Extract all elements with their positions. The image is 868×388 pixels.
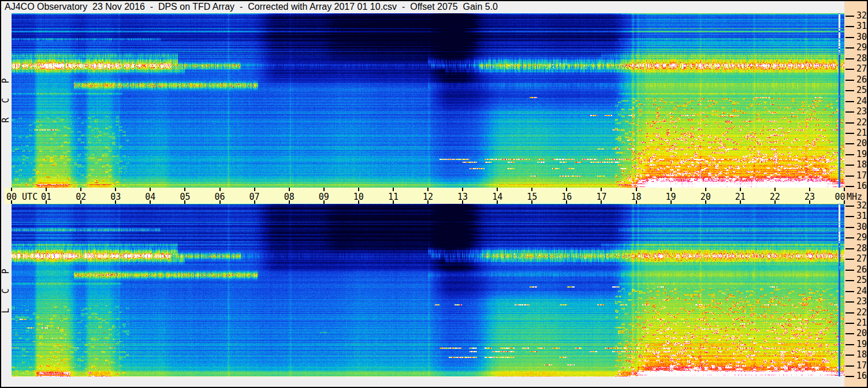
- time-tick-label: 04: [145, 192, 155, 202]
- time-tick-label: 00: [835, 192, 845, 202]
- time-tick-label: 21: [735, 192, 746, 202]
- time-tick: [11, 188, 12, 191]
- title-bar: AJ4CO Observatory 23 Nov 2016 - DPS on T…: [1, 1, 844, 13]
- freq-tick: [845, 154, 854, 155]
- freq-tick: [845, 270, 854, 271]
- time-tick-label: 12: [423, 192, 433, 202]
- freq-tick-label: 25: [856, 276, 867, 285]
- freq-tick-label: 17: [856, 361, 867, 370]
- freq-tick: [845, 216, 854, 217]
- freq-tick-label: 25: [856, 86, 867, 95]
- freq-tick: [845, 80, 854, 81]
- time-tick-label: 08: [284, 192, 295, 202]
- time-tick-label: 13: [457, 192, 468, 202]
- time-tick: [323, 188, 325, 191]
- time-tick-label: 00 UTC: [6, 192, 38, 202]
- time-tick: [289, 188, 290, 191]
- window-title: AJ4CO Observatory 23 Nov 2016 - DPS on T…: [5, 2, 498, 12]
- time-tick: [774, 188, 776, 191]
- spectrogram-rcp-heatmap: [12, 13, 844, 188]
- time-tick: [497, 188, 498, 191]
- time-tick: [219, 188, 221, 191]
- time-tick-label: 10: [353, 192, 364, 202]
- freq-tick: [845, 58, 854, 59]
- freq-tick: [845, 237, 854, 238]
- freq-tick: [845, 376, 854, 377]
- time-tick-label: 01: [41, 192, 51, 202]
- time-tick: [601, 188, 602, 191]
- time-axis-strip: 00 UTC0102030405060708091011121314151617…: [5, 188, 844, 204]
- time-tick-label: 03: [110, 192, 121, 202]
- time-tick: [115, 188, 116, 191]
- freq-tick: [845, 248, 854, 249]
- freq-tick-label: 30: [856, 223, 867, 232]
- time-tick: [670, 188, 672, 191]
- freq-tick-label: 28: [856, 244, 867, 253]
- freq-tick-label: 32: [856, 12, 867, 20]
- freq-tick-label: 20: [856, 139, 867, 148]
- freq-tick: [845, 365, 854, 367]
- freq-tick: [845, 133, 854, 134]
- time-tick-label: 06: [214, 192, 225, 202]
- freq-tick-label: 20: [856, 329, 867, 338]
- freq-tick: [845, 206, 854, 207]
- freq-tick: [845, 101, 854, 102]
- freq-tick-label: 26: [856, 76, 867, 84]
- time-tick: [150, 188, 151, 191]
- time-tick: [254, 188, 255, 191]
- freq-tick: [845, 37, 854, 38]
- time-tick: [809, 188, 810, 191]
- time-tick-label: 05: [180, 192, 190, 202]
- freq-tick: [845, 47, 854, 48]
- mhz-unit-label: MHz: [847, 192, 862, 202]
- time-tick-label: 16: [561, 192, 572, 202]
- freq-tick-label: 29: [856, 43, 867, 52]
- freq-tick-label: 22: [856, 118, 867, 127]
- freq-tick-label: 19: [856, 150, 867, 159]
- freq-tick-label: 16: [856, 182, 867, 191]
- freq-tick-label: 28: [856, 54, 867, 63]
- freq-tick: [845, 355, 854, 356]
- freq-tick: [845, 186, 854, 187]
- time-tick-label: 15: [527, 192, 537, 202]
- freq-tick-label: 21: [856, 129, 867, 137]
- time-tick-label: 07: [249, 192, 260, 202]
- time-tick: [531, 188, 532, 191]
- freq-tick: [845, 323, 854, 324]
- freq-tick-label: 23: [856, 297, 867, 306]
- time-tick: [566, 188, 567, 191]
- freq-tick-label: 19: [856, 340, 867, 349]
- freq-tick: [845, 291, 854, 292]
- freq-tick-label: 21: [856, 319, 867, 327]
- time-tick: [393, 188, 394, 191]
- time-tick-label: 23: [804, 192, 815, 202]
- freq-tick: [845, 312, 854, 314]
- time-tick-label: 18: [631, 192, 641, 202]
- time-tick-label: 22: [770, 192, 780, 202]
- time-tick: [427, 188, 429, 191]
- freq-tick-label: 30: [856, 33, 867, 42]
- freq-tick-label: 22: [856, 308, 867, 317]
- time-tick: [184, 188, 185, 191]
- freq-tick-label: 31: [856, 22, 867, 31]
- freq-tick: [845, 333, 854, 334]
- freq-tick: [845, 259, 854, 260]
- time-tick-label: 14: [492, 192, 502, 202]
- time-tick: [844, 188, 845, 191]
- panel-label-lcp: L C P: [1, 268, 10, 314]
- time-tick-label: 19: [666, 192, 676, 202]
- freq-tick-label: 16: [856, 372, 867, 380]
- freq-tick: [845, 16, 854, 17]
- time-tick: [46, 188, 47, 191]
- freq-tick: [845, 69, 854, 70]
- freq-tick: [845, 143, 854, 144]
- freq-tick: [845, 111, 854, 113]
- freq-tick: [845, 344, 854, 345]
- spectrogram-lcp-heatmap: [12, 204, 844, 376]
- freq-tick-label: 24: [856, 287, 867, 296]
- time-tick-label: 09: [319, 192, 329, 202]
- freq-tick: [845, 90, 854, 91]
- freq-tick: [845, 165, 854, 166]
- time-tick: [462, 188, 463, 191]
- freq-tick: [845, 227, 854, 228]
